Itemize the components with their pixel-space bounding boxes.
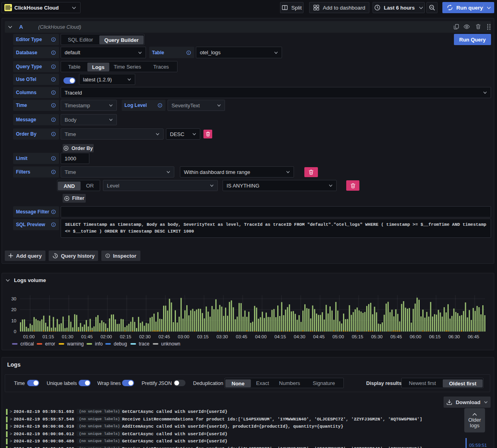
svg-text:02:15: 02:15 [120,334,131,339]
svg-text:30: 30 [11,296,16,301]
svg-text:04:30: 04:30 [294,334,306,339]
svg-text:06:30: 06:30 [448,334,460,339]
svg-text:01:30: 01:30 [62,334,73,339]
svg-text:01:15: 01:15 [43,334,54,339]
svg-text:04:00: 04:00 [255,334,267,339]
svg-text:06:00: 06:00 [410,334,421,339]
svg-text:01:45: 01:45 [81,334,93,339]
svg-text:05:45: 05:45 [390,334,402,339]
svg-text:03:30: 03:30 [217,334,228,339]
svg-text:01:00: 01:00 [23,334,35,339]
svg-text:05:15: 05:15 [352,334,363,339]
svg-text:02:45: 02:45 [158,334,170,339]
svg-text:05:00: 05:00 [333,334,344,339]
svg-text:03:45: 03:45 [236,334,247,339]
svg-text:03:15: 03:15 [197,334,209,339]
svg-text:05:30: 05:30 [371,334,383,339]
svg-text:10: 10 [11,318,16,323]
svg-text:02:30: 02:30 [139,334,151,339]
svg-text:02:00: 02:00 [101,334,112,339]
svg-text:04:15: 04:15 [274,334,286,339]
svg-text:20: 20 [11,307,16,312]
svg-text:06:15: 06:15 [429,334,441,339]
svg-text:06:45: 06:45 [468,334,479,339]
svg-text:0: 0 [14,329,16,334]
svg-text:04:45: 04:45 [313,334,325,339]
svg-text:03:00: 03:00 [178,334,189,339]
